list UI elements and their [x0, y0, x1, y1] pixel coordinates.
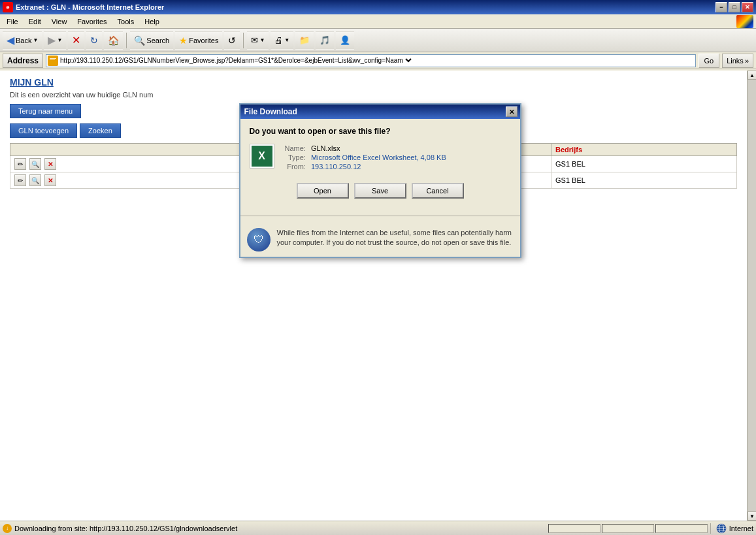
- refresh2-icon: ↺: [228, 35, 236, 46]
- file-name-value: GLN.xlsx: [308, 144, 449, 153]
- view-icon[interactable]: 🔍: [29, 158, 41, 170]
- shield-icon: 🛡: [247, 228, 271, 251]
- delete-icon[interactable]: ✕: [44, 174, 56, 186]
- windows-logo: [736, 15, 753, 28]
- company-cell: GS1 BEL: [551, 172, 737, 189]
- name-label: Name:: [282, 144, 308, 153]
- status-pane-1: [548, 524, 600, 533]
- excel-icon: X: [250, 144, 274, 169]
- favorites-label: Favorites: [189, 37, 218, 44]
- search-button[interactable]: 🔍 Search: [130, 31, 173, 50]
- scroll-track[interactable]: [748, 80, 756, 511]
- mail-icon: ✉: [251, 35, 258, 45]
- edit-icon[interactable]: ✏: [14, 174, 26, 186]
- back-icon: ◀: [7, 34, 14, 46]
- cancel-button[interactable]: Cancel: [412, 183, 464, 199]
- add-gln-button[interactable]: GLN toevoegen: [10, 123, 77, 138]
- zone-label: Internet: [729, 525, 753, 532]
- back-to-menu-button[interactable]: Terug naar menu: [10, 104, 81, 118]
- refresh2-button[interactable]: ↺: [224, 31, 240, 50]
- dialog-question: Do you want to open or save this file?: [250, 127, 511, 136]
- status-text: Downloading from site: http://193.110.25…: [14, 525, 546, 532]
- search-icon: 🔍: [134, 35, 145, 46]
- view-icon[interactable]: 🔍: [29, 174, 41, 186]
- stop-button[interactable]: ✕: [68, 31, 84, 50]
- file-info: X Name: GLN.xlsx Type: Microsoft Office …: [250, 144, 511, 171]
- status-pane-3: [655, 524, 708, 533]
- dialog-separator: [240, 216, 520, 216]
- edit-icon[interactable]: ✏: [14, 158, 26, 170]
- warning-message: While files from the Internet can be use…: [277, 229, 512, 246]
- save-button[interactable]: Save: [354, 183, 406, 199]
- print-icon: 🖨: [274, 35, 283, 45]
- title-bar-left: e Extranet : GLN - Microsoft Internet Ex…: [3, 2, 164, 12]
- back-button[interactable]: ◀ Back ▼: [3, 31, 42, 50]
- status-bar: ↓ Downloading from site: http://193.110.…: [0, 521, 756, 535]
- delete-icon[interactable]: ✕: [44, 158, 56, 170]
- window-title: Extranet : GLN - Microsoft Internet Expl…: [16, 3, 164, 11]
- minimize-button[interactable]: −: [715, 2, 727, 12]
- separator-2: [243, 33, 244, 48]
- search-gln-button[interactable]: Zoeken: [80, 123, 121, 138]
- menu-file[interactable]: File: [3, 16, 22, 27]
- favorites-icon: ★: [179, 35, 188, 46]
- table-header-company: Bedrijfs: [551, 144, 737, 156]
- home-button[interactable]: 🏠: [104, 31, 123, 50]
- forward-icon: ▶: [48, 34, 56, 46]
- restore-button[interactable]: □: [729, 2, 740, 12]
- page-title: MIJN GLN: [10, 77, 737, 88]
- menu-edit[interactable]: Edit: [25, 16, 45, 27]
- zone-indicator: Internet: [710, 523, 753, 534]
- refresh-icon: ↻: [90, 35, 98, 46]
- forward-button[interactable]: ▶ ▼: [44, 31, 66, 50]
- links-button[interactable]: Links »: [722, 54, 753, 68]
- media-icon: 🎵: [320, 35, 330, 45]
- address-dropdown[interactable]: ▼: [403, 57, 414, 64]
- address-label: Address: [3, 54, 43, 68]
- from-label: From:: [282, 162, 308, 171]
- mail-button[interactable]: ✉ ▼: [247, 31, 269, 50]
- menu-favorites[interactable]: Favorites: [73, 16, 110, 27]
- row-actions: ✏ 🔍 ✕: [10, 172, 260, 189]
- row-actions: ✏ 🔍 ✕: [10, 156, 260, 172]
- menu-tools[interactable]: Tools: [114, 16, 139, 27]
- warning-text: While files from the Internet can be use…: [277, 228, 514, 248]
- close-button[interactable]: ✕: [742, 2, 753, 12]
- dialog-title: File Download: [244, 107, 297, 116]
- favorites-button[interactable]: ★ Favorites: [175, 31, 222, 50]
- home-icon: 🏠: [108, 35, 119, 46]
- open-button[interactable]: Open: [297, 183, 349, 199]
- address-url: http://193.110.250.12/GS1/GLNNumberView_…: [60, 57, 403, 64]
- dialog-close-button[interactable]: ✕: [506, 106, 518, 117]
- title-bar: e Extranet : GLN - Microsoft Internet Ex…: [0, 0, 756, 14]
- page-description: Dit is een overzicht van uw huidige GLN …: [10, 91, 737, 99]
- links-chevron: »: [745, 57, 749, 65]
- status-message: Downloading from site: http://193.110.25…: [14, 525, 237, 532]
- svg-rect-0: [49, 57, 57, 65]
- refresh-button[interactable]: ↻: [86, 31, 102, 50]
- scroll-down-button[interactable]: ▼: [748, 511, 756, 521]
- dialog-title-bar: File Download ✕: [240, 105, 520, 119]
- folder-button[interactable]: 📁: [295, 31, 314, 50]
- file-details: Name: GLN.xlsx Type: Microsoft Office Ex…: [282, 144, 449, 171]
- title-bar-buttons: − □ ✕: [715, 2, 753, 12]
- folder-icon: 📁: [299, 35, 310, 45]
- scroll-up-button[interactable]: ▲: [748, 71, 756, 80]
- search-label: Search: [146, 37, 169, 44]
- address-field[interactable]: http://193.110.250.12/GS1/GLNNumberView_…: [46, 54, 695, 67]
- print-button[interactable]: 🖨 ▼: [271, 31, 293, 50]
- dialog-body: Do you want to open or save this file? X…: [240, 119, 520, 216]
- separator-1: [126, 33, 127, 48]
- go-button[interactable]: Go: [698, 54, 720, 68]
- user-button[interactable]: 👤: [336, 31, 354, 50]
- user-icon: 👤: [340, 35, 350, 45]
- media-button[interactable]: 🎵: [316, 31, 334, 50]
- file-download-dialog: File Download ✕ Do you want to open or s…: [239, 103, 521, 258]
- file-type-value: Microsoft Office Excel Worksheet, 4,08 K…: [308, 153, 449, 162]
- back-label: Back: [16, 37, 31, 44]
- forward-dropdown-icon: ▼: [57, 37, 62, 43]
- links-label: Links: [727, 57, 744, 65]
- menu-view[interactable]: View: [48, 16, 71, 27]
- file-from-value: 193.110.250.12: [308, 162, 449, 171]
- menu-help[interactable]: Help: [140, 16, 163, 27]
